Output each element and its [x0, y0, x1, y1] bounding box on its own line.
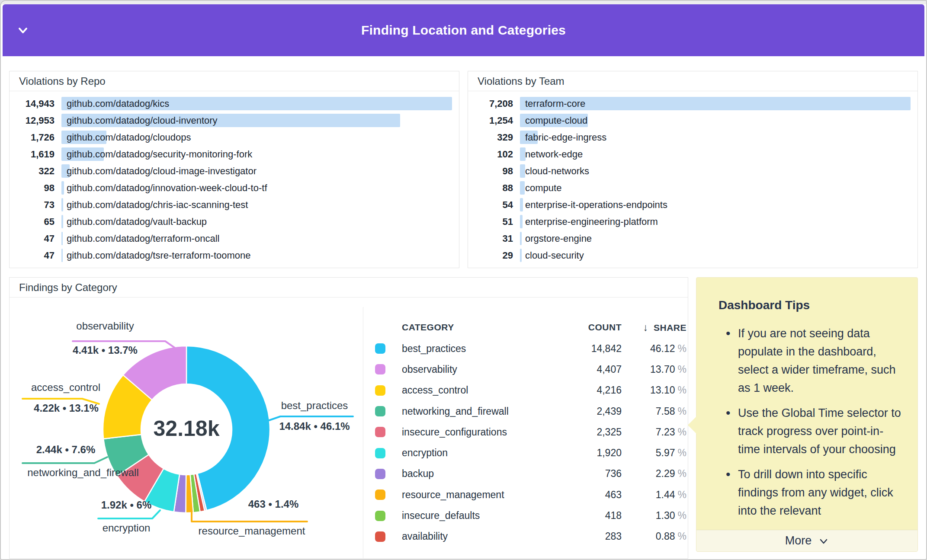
toplist-row[interactable]: 98cloud-networks — [472, 163, 912, 179]
header-share[interactable]: ↓SHARE — [622, 321, 686, 333]
toplist-row[interactable]: 1,619github.com/datadog/security-monitor… — [13, 146, 454, 163]
toplist-row[interactable]: 88compute — [472, 179, 912, 196]
toplist-bar — [520, 215, 523, 228]
category-table-row[interactable]: availability2830.88% — [375, 526, 686, 547]
toplist-row[interactable]: 98github.com/datadog/innovation-week-clo… — [13, 179, 454, 196]
toplist-bar-zone[interactable]: network-edge — [520, 147, 911, 161]
toplist-bar-zone[interactable]: github.com/datadog/cloud-inventory — [61, 114, 452, 127]
toplist-row[interactable]: 1,254compute-cloud — [472, 112, 912, 129]
toplist-bar — [520, 181, 525, 195]
toplist-bar — [520, 147, 526, 161]
toplist-label: fabric-edge-ingress — [525, 131, 606, 144]
toplist-row[interactable]: 322github.com/datadog/cloud-image-invest… — [13, 163, 454, 179]
toplist-bar-zone[interactable]: github.com/datadog/cloud-image-investiga… — [61, 164, 452, 178]
toplist-row[interactable]: 31orgstore-engine — [472, 230, 912, 247]
category-table-row[interactable]: access_control4,21613.10% — [375, 380, 686, 401]
toplist-row[interactable]: 65github.com/datadog/vault-backup — [13, 213, 454, 230]
toplist-bar-zone[interactable]: cloud-networks — [520, 164, 911, 178]
toplist-row[interactable]: 7,208terraform-core — [472, 95, 912, 112]
category-share: 2.29% — [622, 468, 686, 480]
toplist-value: 73 — [13, 199, 55, 211]
toplist-row[interactable]: 14,943github.com/datadog/kics — [13, 95, 454, 112]
toplist-bar-zone[interactable]: github.com/datadog/terraform-oncall — [61, 232, 452, 245]
toplist-row[interactable]: 329fabric-edge-ingress — [472, 129, 912, 146]
category-count: 14,842 — [557, 343, 622, 355]
toplist-bar-zone[interactable]: orgstore-engine — [520, 232, 911, 245]
category-name: observability — [402, 364, 557, 375]
category-share: 5.97% — [622, 447, 686, 459]
toplist-row[interactable]: 102network-edge — [472, 146, 912, 163]
toplist-label: compute — [525, 181, 561, 195]
category-color-swatch — [375, 385, 385, 396]
toplist-label: github.com/datadog/terraform-oncall — [67, 232, 219, 245]
toplist-value: 47 — [13, 250, 55, 261]
category-table-row[interactable]: insecure_defaults4181.30% — [375, 505, 686, 526]
category-table-row[interactable]: observability4,40713.70% — [375, 359, 686, 380]
category-color-swatch — [375, 490, 385, 500]
toplist-bar — [61, 232, 63, 245]
toplist-value: 54 — [472, 199, 513, 211]
toplist-bar-zone[interactable]: cloud-security — [520, 249, 911, 262]
category-color-swatch — [375, 343, 385, 354]
category-table-row[interactable]: encryption1,9205.97% — [375, 442, 686, 463]
category-count: 463 — [557, 489, 622, 501]
toplist-value: 98 — [472, 166, 513, 177]
chevron-down-icon — [818, 536, 829, 546]
toplist-row[interactable]: 47github.com/datadog/terraform-oncall — [13, 230, 454, 247]
toplist-bar-zone[interactable]: github.com/datadog/vault-backup — [61, 215, 452, 228]
more-label: More — [785, 534, 812, 547]
category-table-row[interactable]: backup7362.29% — [375, 464, 686, 484]
callout-name-best-practices: best_practices — [265, 400, 364, 412]
toplist-bar-zone[interactable]: compute-cloud — [520, 114, 911, 127]
category-table-row[interactable]: insecure_configurations2,3257.23% — [375, 422, 686, 442]
toplist-bar-zone[interactable]: terraform-core — [520, 97, 911, 110]
toplist-label: compute-cloud — [525, 114, 587, 127]
toplist-team: 7,208terraform-core1,254compute-cloud329… — [468, 91, 917, 264]
category-name: best_practices — [402, 343, 557, 355]
toplist-row[interactable]: 1,726github.com/datadog/cloudops — [13, 129, 454, 146]
panel-divider — [363, 307, 363, 558]
callout-value-encryption: 1.92k • 6% — [79, 499, 174, 511]
callout-value-resource-mgmt: 463 • 1.4% — [226, 498, 321, 510]
header-count[interactable]: COUNT — [557, 322, 622, 333]
toplist-bar-zone[interactable]: github.com/datadog/cloudops — [61, 131, 452, 144]
category-table-row[interactable]: networking_and_firewall2,4397.58% — [375, 401, 686, 422]
toplist-row[interactable]: 54enterprise-it-operations-endpoints — [472, 196, 912, 213]
header-category[interactable]: CATEGORY — [402, 322, 557, 333]
toplist-row[interactable]: 47github.com/datadog/tsre-terraform-toom… — [13, 247, 454, 264]
toplist-bar-zone[interactable]: github.com/datadog/kics — [61, 97, 452, 110]
toplist-bar-zone[interactable]: compute — [520, 181, 911, 195]
toplist-bar-zone[interactable]: github.com/datadog/security-monitoring-f… — [61, 147, 452, 161]
toplist-value: 7,208 — [472, 98, 513, 109]
toplist-bar-zone[interactable]: enterprise-it-operations-endpoints — [520, 198, 911, 211]
callout-name-resource-mgmt: resource_management — [191, 525, 312, 537]
category-count: 1,920 — [557, 447, 622, 459]
category-table-row[interactable]: best_practices14,84246.12% — [375, 338, 686, 359]
toplist-repo: 14,943github.com/datadog/kics12,953githu… — [10, 91, 459, 264]
category-color-swatch — [375, 448, 385, 458]
toplist-bar-zone[interactable]: github.com/datadog/tsre-terraform-toomon… — [61, 249, 452, 262]
category-name: availability — [402, 531, 557, 542]
toplist-label: terraform-core — [525, 97, 585, 110]
toplist-value: 102 — [472, 149, 513, 160]
toplist-row[interactable]: 51enterprise-engineering-platform — [472, 213, 912, 230]
toplist-bar-zone[interactable]: fabric-edge-ingress — [520, 131, 911, 144]
category-count: 4,407 — [557, 364, 622, 375]
toplist-row[interactable]: 12,953github.com/datadog/cloud-inventory — [13, 112, 454, 129]
category-share: 1.30% — [622, 510, 686, 522]
toplist-bar-zone[interactable]: github.com/datadog/chris-iac-scanning-te… — [61, 198, 452, 211]
category-count: 736 — [557, 468, 622, 480]
category-count: 2,325 — [557, 426, 622, 438]
more-button[interactable]: More — [696, 530, 917, 551]
toplist-bar — [61, 181, 64, 195]
category-share: 7.23% — [622, 426, 686, 438]
toplist-bar-zone[interactable]: github.com/datadog/innovation-week-cloud… — [61, 181, 452, 195]
category-table-row[interactable]: resource_management4631.44% — [375, 484, 686, 505]
toplist-bar — [520, 198, 523, 211]
toplist-row[interactable]: 73github.com/datadog/chris-iac-scanning-… — [13, 196, 454, 213]
toplist-bar-zone[interactable]: enterprise-engineering-platform — [520, 215, 911, 228]
category-count: 418 — [557, 510, 622, 522]
group-title: Finding Location and Categories — [3, 23, 924, 38]
callout-value-access-control: 4.22k • 13.1% — [12, 402, 120, 414]
toplist-row[interactable]: 29cloud-security — [472, 247, 912, 264]
